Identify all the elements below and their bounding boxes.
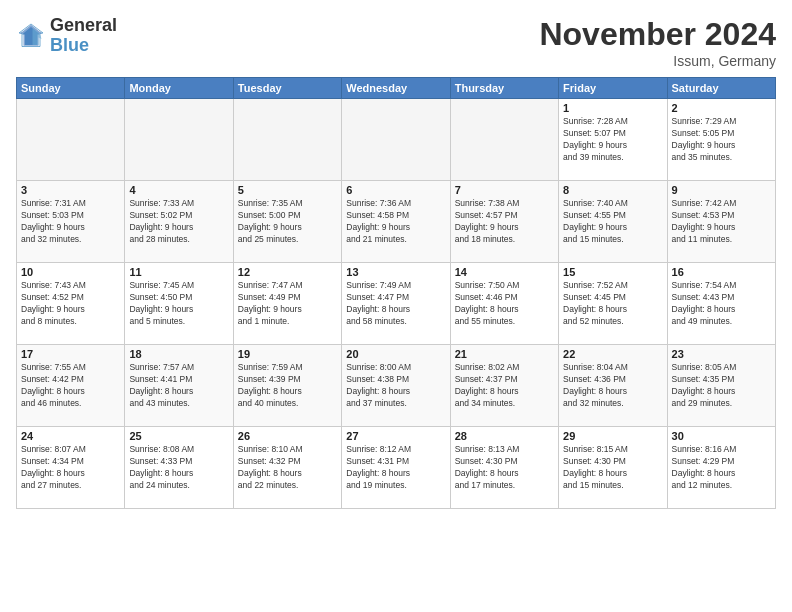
calendar-cell: 29Sunrise: 8:15 AM Sunset: 4:30 PM Dayli…: [559, 427, 667, 509]
day-number: 26: [238, 430, 337, 442]
month-title: November 2024: [539, 16, 776, 53]
day-info: Sunrise: 7:55 AM Sunset: 4:42 PM Dayligh…: [21, 362, 120, 410]
week-row-2: 10Sunrise: 7:43 AM Sunset: 4:52 PM Dayli…: [17, 263, 776, 345]
day-info: Sunrise: 8:12 AM Sunset: 4:31 PM Dayligh…: [346, 444, 445, 492]
week-row-0: 1Sunrise: 7:28 AM Sunset: 5:07 PM Daylig…: [17, 99, 776, 181]
header: General Blue November 2024 Issum, German…: [16, 16, 776, 69]
day-info: Sunrise: 7:43 AM Sunset: 4:52 PM Dayligh…: [21, 280, 120, 328]
week-row-3: 17Sunrise: 7:55 AM Sunset: 4:42 PM Dayli…: [17, 345, 776, 427]
logo: General Blue: [16, 16, 117, 56]
day-info: Sunrise: 7:42 AM Sunset: 4:53 PM Dayligh…: [672, 198, 771, 246]
day-info: Sunrise: 7:40 AM Sunset: 4:55 PM Dayligh…: [563, 198, 662, 246]
day-info: Sunrise: 7:38 AM Sunset: 4:57 PM Dayligh…: [455, 198, 554, 246]
day-number: 15: [563, 266, 662, 278]
calendar-cell: [125, 99, 233, 181]
calendar-cell: 10Sunrise: 7:43 AM Sunset: 4:52 PM Dayli…: [17, 263, 125, 345]
calendar-cell: 13Sunrise: 7:49 AM Sunset: 4:47 PM Dayli…: [342, 263, 450, 345]
weekday-header-saturday: Saturday: [667, 78, 775, 99]
day-info: Sunrise: 8:04 AM Sunset: 4:36 PM Dayligh…: [563, 362, 662, 410]
calendar-cell: 4Sunrise: 7:33 AM Sunset: 5:02 PM Daylig…: [125, 181, 233, 263]
calendar: SundayMondayTuesdayWednesdayThursdayFrid…: [16, 77, 776, 509]
calendar-cell: 25Sunrise: 8:08 AM Sunset: 4:33 PM Dayli…: [125, 427, 233, 509]
calendar-cell: 14Sunrise: 7:50 AM Sunset: 4:46 PM Dayli…: [450, 263, 558, 345]
day-number: 27: [346, 430, 445, 442]
calendar-cell: [342, 99, 450, 181]
calendar-cell: 30Sunrise: 8:16 AM Sunset: 4:29 PM Dayli…: [667, 427, 775, 509]
day-info: Sunrise: 8:02 AM Sunset: 4:37 PM Dayligh…: [455, 362, 554, 410]
day-info: Sunrise: 8:05 AM Sunset: 4:35 PM Dayligh…: [672, 362, 771, 410]
weekday-header-monday: Monday: [125, 78, 233, 99]
weekday-header-sunday: Sunday: [17, 78, 125, 99]
day-info: Sunrise: 8:16 AM Sunset: 4:29 PM Dayligh…: [672, 444, 771, 492]
day-info: Sunrise: 8:00 AM Sunset: 4:38 PM Dayligh…: [346, 362, 445, 410]
day-info: Sunrise: 7:33 AM Sunset: 5:02 PM Dayligh…: [129, 198, 228, 246]
day-number: 2: [672, 102, 771, 114]
day-number: 10: [21, 266, 120, 278]
day-info: Sunrise: 7:29 AM Sunset: 5:05 PM Dayligh…: [672, 116, 771, 164]
calendar-cell: 19Sunrise: 7:59 AM Sunset: 4:39 PM Dayli…: [233, 345, 341, 427]
logo-general-text: General: [50, 16, 117, 36]
day-info: Sunrise: 7:57 AM Sunset: 4:41 PM Dayligh…: [129, 362, 228, 410]
logo-blue-text: Blue: [50, 36, 117, 56]
day-number: 14: [455, 266, 554, 278]
day-number: 22: [563, 348, 662, 360]
calendar-cell: 21Sunrise: 8:02 AM Sunset: 4:37 PM Dayli…: [450, 345, 558, 427]
calendar-cell: 11Sunrise: 7:45 AM Sunset: 4:50 PM Dayli…: [125, 263, 233, 345]
day-info: Sunrise: 7:47 AM Sunset: 4:49 PM Dayligh…: [238, 280, 337, 328]
logo-icon: [16, 21, 46, 51]
weekday-header-thursday: Thursday: [450, 78, 558, 99]
day-info: Sunrise: 8:15 AM Sunset: 4:30 PM Dayligh…: [563, 444, 662, 492]
day-number: 3: [21, 184, 120, 196]
calendar-cell: 9Sunrise: 7:42 AM Sunset: 4:53 PM Daylig…: [667, 181, 775, 263]
day-info: Sunrise: 8:13 AM Sunset: 4:30 PM Dayligh…: [455, 444, 554, 492]
calendar-cell: 27Sunrise: 8:12 AM Sunset: 4:31 PM Dayli…: [342, 427, 450, 509]
day-number: 1: [563, 102, 662, 114]
calendar-cell: 24Sunrise: 8:07 AM Sunset: 4:34 PM Dayli…: [17, 427, 125, 509]
calendar-cell: [17, 99, 125, 181]
day-number: 6: [346, 184, 445, 196]
calendar-cell: 12Sunrise: 7:47 AM Sunset: 4:49 PM Dayli…: [233, 263, 341, 345]
day-number: 29: [563, 430, 662, 442]
calendar-cell: 16Sunrise: 7:54 AM Sunset: 4:43 PM Dayli…: [667, 263, 775, 345]
day-info: Sunrise: 7:45 AM Sunset: 4:50 PM Dayligh…: [129, 280, 228, 328]
calendar-cell: 28Sunrise: 8:13 AM Sunset: 4:30 PM Dayli…: [450, 427, 558, 509]
calendar-cell: 2Sunrise: 7:29 AM Sunset: 5:05 PM Daylig…: [667, 99, 775, 181]
calendar-cell: 1Sunrise: 7:28 AM Sunset: 5:07 PM Daylig…: [559, 99, 667, 181]
weekday-header-row: SundayMondayTuesdayWednesdayThursdayFrid…: [17, 78, 776, 99]
day-number: 20: [346, 348, 445, 360]
calendar-cell: 20Sunrise: 8:00 AM Sunset: 4:38 PM Dayli…: [342, 345, 450, 427]
week-row-4: 24Sunrise: 8:07 AM Sunset: 4:34 PM Dayli…: [17, 427, 776, 509]
calendar-cell: 8Sunrise: 7:40 AM Sunset: 4:55 PM Daylig…: [559, 181, 667, 263]
weekday-header-tuesday: Tuesday: [233, 78, 341, 99]
calendar-cell: 23Sunrise: 8:05 AM Sunset: 4:35 PM Dayli…: [667, 345, 775, 427]
calendar-cell: 6Sunrise: 7:36 AM Sunset: 4:58 PM Daylig…: [342, 181, 450, 263]
day-number: 8: [563, 184, 662, 196]
day-number: 11: [129, 266, 228, 278]
calendar-cell: 15Sunrise: 7:52 AM Sunset: 4:45 PM Dayli…: [559, 263, 667, 345]
weekday-header-wednesday: Wednesday: [342, 78, 450, 99]
title-block: November 2024 Issum, Germany: [539, 16, 776, 69]
day-info: Sunrise: 7:50 AM Sunset: 4:46 PM Dayligh…: [455, 280, 554, 328]
day-info: Sunrise: 7:28 AM Sunset: 5:07 PM Dayligh…: [563, 116, 662, 164]
day-number: 25: [129, 430, 228, 442]
day-number: 21: [455, 348, 554, 360]
calendar-cell: [450, 99, 558, 181]
day-info: Sunrise: 8:08 AM Sunset: 4:33 PM Dayligh…: [129, 444, 228, 492]
calendar-cell: [233, 99, 341, 181]
calendar-cell: 26Sunrise: 8:10 AM Sunset: 4:32 PM Dayli…: [233, 427, 341, 509]
calendar-cell: 18Sunrise: 7:57 AM Sunset: 4:41 PM Dayli…: [125, 345, 233, 427]
day-number: 7: [455, 184, 554, 196]
day-number: 28: [455, 430, 554, 442]
day-info: Sunrise: 7:59 AM Sunset: 4:39 PM Dayligh…: [238, 362, 337, 410]
week-row-1: 3Sunrise: 7:31 AM Sunset: 5:03 PM Daylig…: [17, 181, 776, 263]
day-number: 5: [238, 184, 337, 196]
calendar-cell: 7Sunrise: 7:38 AM Sunset: 4:57 PM Daylig…: [450, 181, 558, 263]
calendar-cell: 17Sunrise: 7:55 AM Sunset: 4:42 PM Dayli…: [17, 345, 125, 427]
day-number: 24: [21, 430, 120, 442]
day-info: Sunrise: 7:36 AM Sunset: 4:58 PM Dayligh…: [346, 198, 445, 246]
day-info: Sunrise: 8:10 AM Sunset: 4:32 PM Dayligh…: [238, 444, 337, 492]
page: General Blue November 2024 Issum, German…: [0, 0, 792, 612]
calendar-cell: 22Sunrise: 8:04 AM Sunset: 4:36 PM Dayli…: [559, 345, 667, 427]
day-info: Sunrise: 7:54 AM Sunset: 4:43 PM Dayligh…: [672, 280, 771, 328]
day-info: Sunrise: 7:35 AM Sunset: 5:00 PM Dayligh…: [238, 198, 337, 246]
